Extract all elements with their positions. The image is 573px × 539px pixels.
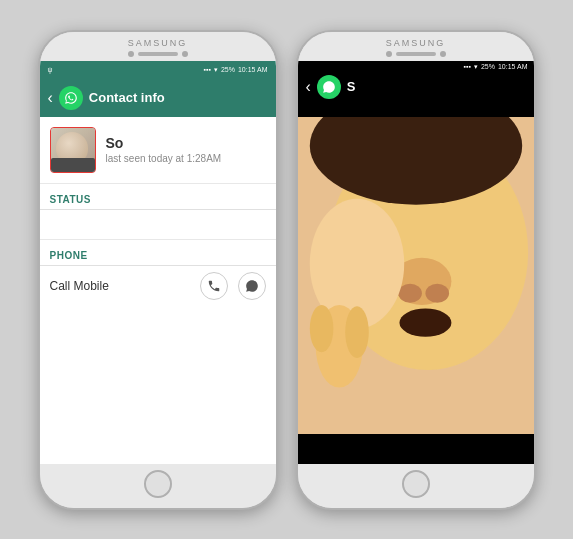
contact-avatar[interactable] xyxy=(50,127,96,173)
whatsapp-call-icon-btn[interactable] xyxy=(238,272,266,300)
status-left-icons: ψ xyxy=(48,66,53,73)
battery-pct: 25% xyxy=(221,66,235,73)
camera-row-right xyxy=(386,51,446,57)
phone-row: Call Mobile xyxy=(40,266,276,306)
usb-icon: ψ xyxy=(48,66,53,73)
right-status-right: ▪▪▪ ▾ 25% 10:15 AM xyxy=(463,63,527,71)
screen-content-left: So last seen today at 1:28AM STATUS PHON… xyxy=(40,117,276,464)
svg-point-5 xyxy=(399,308,451,336)
top-bezel-left: SAMSUNG xyxy=(40,32,276,61)
profile-image-container[interactable] xyxy=(298,117,534,434)
contact-info-text: So last seen today at 1:28AM xyxy=(106,135,266,164)
phone-section-label: PHONE xyxy=(40,240,276,266)
brand-right: SAMSUNG xyxy=(386,38,446,48)
right-app-bar: ▪▪▪ ▾ 25% 10:15 AM ‹ S xyxy=(298,61,534,99)
contact-lastseen: last seen today at 1:28AM xyxy=(106,153,266,164)
speaker-right xyxy=(396,52,436,56)
baby-face-svg xyxy=(298,117,534,434)
status-bar-left: ψ ▪▪▪ ▾ 25% 10:15 AM xyxy=(40,61,276,79)
dot1 xyxy=(128,51,134,57)
time-left: 10:15 AM xyxy=(238,66,268,73)
dot2 xyxy=(182,51,188,57)
signal-icon: ▪▪▪ xyxy=(203,66,210,73)
svg-point-3 xyxy=(398,283,422,302)
avatar-baby-image xyxy=(51,128,95,172)
bottom-black-bar xyxy=(298,434,534,464)
dot4 xyxy=(440,51,446,57)
back-button-right[interactable]: ‹ xyxy=(306,79,311,95)
right-battery: 25% xyxy=(481,63,495,70)
right-wifi: ▾ xyxy=(474,63,478,71)
contact-name: So xyxy=(106,135,266,151)
status-section-label: STATUS xyxy=(40,184,276,210)
right-contact-initial: S xyxy=(347,79,356,94)
camera-row-left xyxy=(128,51,188,57)
right-signal: ▪▪▪ xyxy=(463,63,470,70)
whatsapp-icon-left xyxy=(59,86,83,110)
app-bar-left: ‹ Contact info xyxy=(40,79,276,117)
status-content xyxy=(40,210,276,240)
contact-info-title: Contact info xyxy=(89,90,268,105)
call-mobile-label: Call Mobile xyxy=(50,279,109,293)
svg-point-10 xyxy=(345,306,369,358)
status-right-icons: ▪▪▪ ▾ 25% 10:15 AM xyxy=(203,66,267,74)
whatsapp-icon-right xyxy=(317,75,341,99)
back-button-left[interactable]: ‹ xyxy=(48,90,53,106)
right-time: 10:15 AM xyxy=(498,63,528,70)
brand-left: SAMSUNG xyxy=(128,38,188,48)
left-phone: SAMSUNG ψ ▪▪▪ ▾ 25% 10:15 AM ‹ xyxy=(38,30,278,510)
phone-action-icons xyxy=(200,272,266,300)
bottom-bezel-left xyxy=(40,464,276,508)
svg-point-9 xyxy=(309,305,333,352)
dot3 xyxy=(386,51,392,57)
profile-screen: ▪▪▪ ▾ 25% 10:15 AM ‹ S xyxy=(298,61,534,464)
home-button-right[interactable] xyxy=(402,470,430,498)
contact-header: So last seen today at 1:28AM xyxy=(40,117,276,184)
wifi-icon: ▾ xyxy=(214,66,218,74)
svg-point-4 xyxy=(425,283,449,302)
home-button-left[interactable] xyxy=(144,470,172,498)
call-icon-btn[interactable] xyxy=(200,272,228,300)
speaker-left xyxy=(138,52,178,56)
right-screen: ▪▪▪ ▾ 25% 10:15 AM ‹ S xyxy=(298,61,534,464)
right-phone: SAMSUNG ▪▪▪ ▾ 25% 10:15 AM ‹ xyxy=(296,30,536,510)
bottom-bezel-right xyxy=(298,464,534,508)
top-bezel-right: SAMSUNG xyxy=(298,32,534,61)
left-screen: ψ ▪▪▪ ▾ 25% 10:15 AM ‹ Contact info xyxy=(40,61,276,464)
